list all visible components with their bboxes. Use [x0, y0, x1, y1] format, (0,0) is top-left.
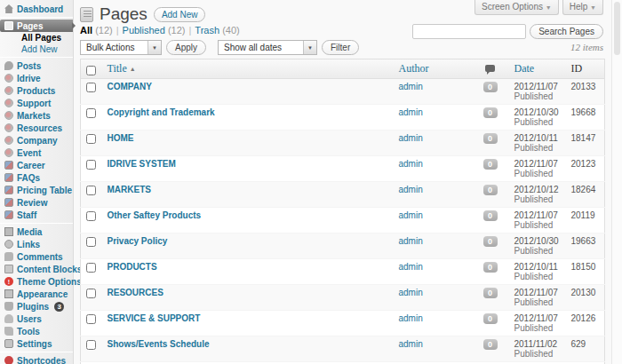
comment-count-badge[interactable]: 0 — [483, 313, 498, 324]
row-checkbox[interactable] — [86, 340, 96, 350]
sidebar-item-links[interactable]: Links — [0, 238, 73, 250]
sidebar-item-pages[interactable]: Pages — [0, 20, 73, 32]
filter-link-all[interactable]: All (12) — [80, 25, 113, 36]
sidebar-item-all-pages[interactable]: All Pages — [0, 32, 73, 44]
row-checkbox[interactable] — [86, 314, 96, 324]
filter-link-published[interactable]: Published (12) — [123, 25, 186, 36]
row-checkbox-cell — [81, 336, 102, 362]
sidebar-item-theme-options[interactable]: !Theme Options — [0, 275, 73, 288]
author-link[interactable]: admin — [399, 159, 423, 169]
sidebar-item-dashboard[interactable]: Dashboard — [0, 3, 73, 15]
help-button[interactable]: Help ▼ — [562, 0, 603, 15]
select-all-checkbox[interactable] — [86, 66, 96, 75]
comment-count-badge[interactable]: 0 — [483, 159, 498, 170]
sidebar-item-appearance[interactable]: Appearance — [0, 288, 73, 300]
sidebar-item-idrive[interactable]: Idrive — [0, 72, 73, 84]
sidebar-item-markets[interactable]: Markets — [0, 109, 73, 122]
author-link[interactable]: admin — [399, 313, 423, 323]
sidebar-item-career[interactable]: Career — [0, 159, 73, 171]
page-title-link[interactable]: SERVICE & SUPPORT — [108, 313, 201, 323]
bulk-actions-select[interactable]: Bulk Actions ▼ — [80, 40, 162, 55]
page-title-link[interactable]: COMPANY — [108, 82, 152, 91]
column-comments[interactable] — [472, 59, 509, 79]
sidebar-item-label: Media — [17, 227, 42, 237]
scrollbar[interactable] — [611, 0, 622, 364]
comment-count-badge[interactable]: 0 — [483, 236, 498, 247]
author-link[interactable]: admin — [399, 107, 423, 117]
row-checkbox[interactable] — [86, 186, 96, 195]
status-value: Published — [514, 169, 561, 178]
row-checkbox[interactable] — [86, 263, 96, 273]
sidebar-item-shortcodes[interactable]: Shortcodes — [0, 354, 73, 364]
row-checkbox[interactable] — [86, 289, 96, 298]
column-date[interactable]: Date — [509, 59, 566, 79]
column-author[interactable]: Author — [394, 59, 472, 79]
page-title-link[interactable]: Other Saftey Products — [108, 210, 202, 220]
row-checkbox[interactable] — [86, 108, 96, 118]
dates-filter-select[interactable]: Show all dates ▼ — [218, 40, 317, 55]
comment-count-badge[interactable]: 0 — [483, 82, 498, 92]
sidebar-item-media[interactable]: Media — [0, 226, 73, 238]
sidebar-item-resources[interactable]: Resources — [0, 122, 73, 134]
comment-count-badge[interactable]: 0 — [483, 185, 498, 195]
author-link[interactable]: admin — [399, 236, 423, 246]
sidebar-item-settings[interactable]: Settings — [0, 337, 73, 350]
page-title-link[interactable]: HOME — [108, 133, 134, 143]
page-title-link[interactable]: Shows/Events Schedule — [108, 339, 210, 349]
sidebar-item-tools[interactable]: Tools — [0, 325, 73, 337]
author-link[interactable]: admin — [399, 288, 423, 297]
row-checkbox[interactable] — [86, 211, 96, 221]
sidebar-item-products[interactable]: Products — [0, 84, 73, 97]
sidebar-item-users[interactable]: Users — [0, 313, 73, 325]
page-title-link[interactable]: Privacy Policy — [108, 236, 168, 246]
filter-link-trash[interactable]: Trash (40) — [195, 25, 239, 36]
author-link[interactable]: admin — [399, 262, 423, 272]
comment-count-badge[interactable]: 0 — [483, 262, 498, 273]
author-link[interactable]: admin — [399, 185, 423, 194]
filter-button[interactable]: Filter — [322, 40, 359, 55]
row-author-cell: admin — [394, 131, 472, 156]
sidebar-item-event[interactable]: Event — [0, 146, 73, 159]
author-link[interactable]: admin — [399, 82, 423, 91]
page-title-link[interactable]: Copyright and Trademark — [108, 107, 215, 117]
comment-count-badge[interactable]: 0 — [483, 339, 498, 350]
comment-count-badge[interactable]: 0 — [483, 288, 498, 298]
scrollbar-thumb[interactable] — [614, 2, 620, 55]
page-title-link[interactable]: PRODUCTS — [108, 262, 157, 272]
page-title-link[interactable]: MARKETS — [108, 185, 151, 194]
sidebar-item-comments[interactable]: Comments — [0, 250, 73, 263]
row-checkbox[interactable] — [86, 160, 96, 170]
sidebar-item-review[interactable]: Review — [0, 196, 73, 209]
date-value: 2012/10/11 — [514, 262, 561, 272]
row-checkbox[interactable] — [86, 237, 96, 247]
page-title-link[interactable]: RESOURCES — [108, 288, 163, 297]
sidebar-item-company[interactable]: Company — [0, 134, 73, 146]
author-link[interactable]: admin — [399, 133, 423, 143]
comment-count-badge[interactable]: 0 — [483, 107, 498, 118]
row-comments-cell: 0 — [472, 208, 509, 233]
sidebar-item-support[interactable]: Support — [0, 97, 73, 109]
comment-count-badge[interactable]: 0 — [483, 133, 498, 144]
author-link[interactable]: admin — [399, 339, 423, 349]
company-icon — [4, 136, 13, 145]
row-author-cell: admin — [394, 311, 472, 336]
author-link[interactable]: admin — [399, 210, 423, 220]
sidebar-item-posts[interactable]: Posts — [0, 59, 73, 72]
sidebar-item-faqs[interactable]: FAQs — [0, 171, 73, 184]
page-title-link[interactable]: IDRIVE SYSTEM — [108, 159, 176, 169]
sidebar-item-label: Pricing Table — [17, 186, 72, 195]
sidebar-item-add-new[interactable]: Add New — [0, 44, 73, 55]
screen-options-button[interactable]: Screen Options ▼ — [474, 0, 559, 15]
sidebar-item-content-blocks[interactable]: Content Blocks — [0, 263, 73, 275]
apply-button[interactable]: Apply — [166, 40, 206, 55]
row-checkbox[interactable] — [86, 83, 96, 92]
column-title[interactable]: Title▲ — [102, 59, 394, 79]
sidebar-item-plugins[interactable]: Plugins3 — [0, 300, 73, 313]
add-new-button[interactable]: Add New — [154, 7, 206, 22]
sidebar-item-staff[interactable]: Staff — [0, 209, 73, 221]
row-author-cell: admin — [394, 336, 472, 362]
comment-count-badge[interactable]: 0 — [483, 210, 498, 221]
sidebar-item-pricing-table[interactable]: Pricing Table — [0, 184, 73, 196]
date-value: 2012/11/07 — [514, 159, 561, 169]
row-checkbox[interactable] — [86, 134, 96, 144]
